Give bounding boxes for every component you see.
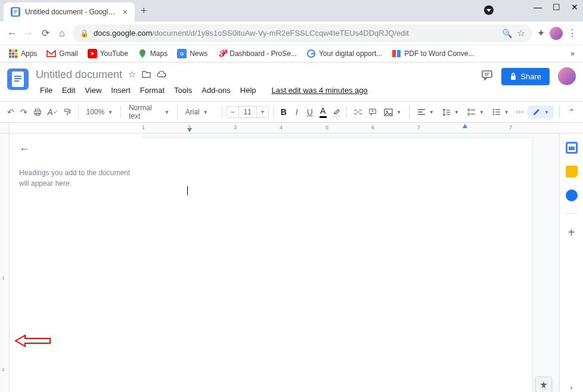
header-right: Share [481, 67, 576, 85]
svg-point-36 [492, 109, 494, 111]
keep-app-icon[interactable] [566, 166, 578, 178]
docs-header: Untitled document ☆ File Edit View Inser… [0, 63, 583, 97]
search-icon[interactable]: 🔍 [502, 29, 512, 38]
extensions-icon[interactable]: ✦ [537, 27, 545, 39]
account-avatar[interactable] [558, 67, 576, 85]
zoom-dropdown[interactable]: 100% ▼ [82, 105, 116, 119]
outline-back-button[interactable]: ← [19, 143, 132, 155]
hide-menus-button[interactable]: ⌃ [565, 105, 578, 119]
move-icon[interactable] [142, 70, 151, 80]
tab-close-icon[interactable]: × [123, 7, 128, 17]
menu-addons[interactable]: Add-ons [197, 84, 234, 97]
font-size-value[interactable]: 11 [238, 107, 257, 117]
chrome-avatar[interactable] [550, 27, 563, 40]
paint-format-button[interactable] [61, 105, 73, 119]
align-dropdown[interactable]: ▼ [414, 106, 438, 118]
reload-button[interactable]: ⟳ [39, 27, 51, 39]
collapse-side-panel-button[interactable]: › [570, 383, 572, 392]
add-addon-button[interactable]: + [568, 226, 575, 239]
bookmark-news[interactable]: G News [177, 49, 207, 58]
maximize-button[interactable]: ☐ [553, 2, 560, 12]
bookmark-pdf[interactable]: PDF to Word Conve... [392, 49, 474, 58]
bookmark-pinterest[interactable]: 𝒫 Dashboard - ProSe... [217, 49, 297, 58]
svg-rect-16 [511, 76, 516, 80]
browser-tab[interactable]: Untitled document - Google Doc × [4, 2, 135, 21]
calendar-app-icon[interactable] [566, 142, 578, 154]
outline-message: Headings you add to the document will ap… [19, 167, 132, 189]
share-button[interactable]: Share [501, 68, 550, 85]
forward-button[interactable]: → [23, 28, 35, 39]
docs-favicon [11, 7, 20, 17]
close-window-button[interactable]: ✕ [571, 2, 578, 12]
address-bar[interactable]: 🔒 docs.google.com/document/d/1y8s1oSS0it… [73, 24, 532, 42]
cloud-status-icon[interactable] [157, 70, 166, 80]
home-button[interactable]: ⌂ [56, 28, 68, 39]
new-tab-button[interactable]: + [141, 5, 147, 17]
text-cursor [187, 186, 188, 195]
chrome-menu-icon[interactable]: ⋮ [568, 27, 577, 39]
docs-logo-icon[interactable] [7, 69, 29, 90]
checklist-dropdown[interactable]: ▼ [464, 106, 488, 118]
menu-file[interactable]: File [36, 84, 57, 97]
vertical-ruler[interactable]: 1 2 [0, 133, 10, 392]
explore-button[interactable] [535, 377, 552, 392]
bookmark-google[interactable]: Your digital opport... [306, 49, 382, 58]
favorite-icon[interactable]: ☆ [517, 27, 525, 39]
comments-icon[interactable] [481, 69, 493, 84]
right-indent-marker[interactable] [463, 124, 467, 128]
document-title[interactable]: Untitled document [36, 69, 122, 81]
underline-button[interactable]: U [304, 105, 316, 119]
image-dropdown[interactable]: ▼ [380, 106, 405, 119]
italic-button[interactable]: I [291, 105, 303, 119]
editing-mode-button[interactable]: ▼ [528, 105, 554, 119]
bullet-list-dropdown[interactable]: ▼ [489, 106, 513, 118]
docs-title-row: Untitled document ☆ [36, 67, 474, 82]
menu-edit[interactable]: Edit [58, 84, 79, 97]
menu-format[interactable]: Format [136, 84, 169, 97]
window-controls: — ☐ ✕ [534, 2, 578, 12]
add-comment-button[interactable] [366, 105, 379, 119]
font-size-decrease[interactable]: − [227, 107, 238, 117]
highlight-button[interactable] [330, 105, 343, 120]
line-spacing-dropdown[interactable]: ▼ [439, 106, 463, 119]
more-button[interactable]: ⋯ [514, 105, 526, 119]
star-icon[interactable]: ☆ [128, 69, 136, 80]
redo-button[interactable]: ↷ [18, 105, 30, 119]
link-button[interactable] [351, 107, 365, 117]
document-page[interactable] [142, 138, 532, 392]
bookmark-maps[interactable]: Maps [138, 49, 168, 58]
bookmark-youtube[interactable]: YouTube [88, 49, 128, 58]
toolbar-right: ▼ ⌃ [528, 105, 578, 119]
font-size-increase[interactable]: + [257, 107, 268, 117]
font-dropdown[interactable]: Arial ▼ [182, 105, 218, 119]
horizontal-ruler[interactable]: 1 2 3 4 5 6 7 7 [142, 123, 559, 133]
bookmark-gmail[interactable]: Gmail [46, 49, 77, 58]
ruler-outline-gap [10, 123, 142, 133]
back-button[interactable]: ← [6, 28, 18, 39]
menu-view[interactable]: View [80, 84, 106, 97]
spellcheck-button[interactable]: A✓ [45, 105, 60, 119]
address-row: ← → ⟳ ⌂ 🔒 docs.google.com/document/d/1y8… [0, 21, 583, 45]
docs-title-area: Untitled document ☆ File Edit View Inser… [36, 67, 474, 97]
text-color-button[interactable]: A [317, 104, 329, 120]
menu-tools[interactable]: Tools [170, 84, 196, 97]
bookmarks-overflow-icon[interactable]: » [570, 49, 575, 58]
menu-help[interactable]: Help [236, 84, 261, 97]
bold-button[interactable]: B [278, 105, 290, 119]
browser-chrome: Untitled document - Google Doc × + — ☐ ✕… [0, 0, 583, 63]
minimize-button[interactable]: — [534, 2, 542, 12]
document-area[interactable] [142, 133, 559, 392]
svg-point-25 [386, 110, 388, 112]
bookmark-apps[interactable]: Apps [8, 49, 37, 58]
bookmarks-bar: Apps Gmail YouTube Maps G News 𝒫 Dashboa… [0, 45, 583, 63]
tasks-app-icon[interactable] [566, 189, 578, 201]
svg-rect-6 [311, 53, 315, 54]
menu-insert[interactable]: Insert [107, 84, 135, 97]
separator [78, 106, 79, 118]
print-button[interactable] [31, 105, 44, 119]
chrome-profile-icon[interactable] [484, 5, 494, 15]
undo-button[interactable]: ↶ [5, 105, 17, 119]
last-edit-link[interactable]: Last edit was 4 minutes ago [268, 84, 372, 97]
docs-menu-bar: File Edit View Insert Format Tools Add-o… [36, 84, 474, 97]
style-dropdown[interactable]: Normal text ▼ [125, 101, 173, 123]
